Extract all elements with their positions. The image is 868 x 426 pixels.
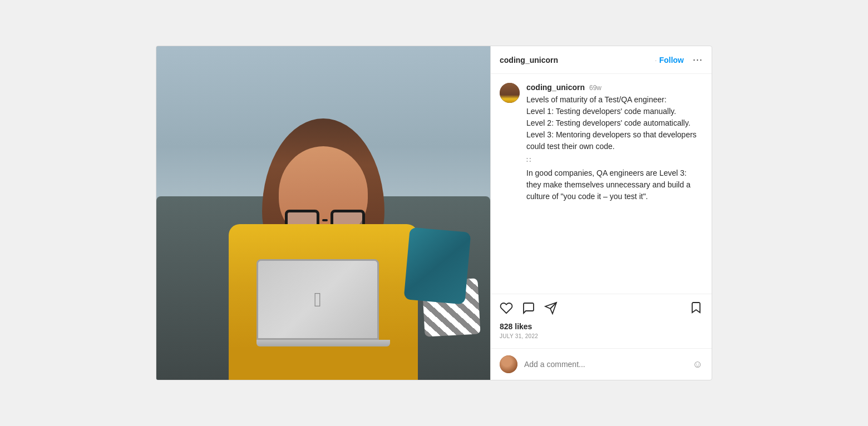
caption-line3: Level 2: Testing developers' code automa… [526, 118, 691, 127]
post-caption: coding_unicorn 69w Levels of maturity of… [491, 74, 712, 294]
emoji-button[interactable]: ☺ [693, 359, 703, 370]
caption-username[interactable]: coding_unicorn [526, 83, 585, 92]
laptop:  [257, 259, 390, 346]
caption-time: 69w [589, 84, 601, 92]
caption-line5: In good companies, QA engineers are Leve… [526, 169, 691, 201]
caption-ellipsis: ∷ [526, 156, 703, 164]
caption-content: coding_unicorn 69w Levels of maturity of… [526, 83, 703, 202]
bookmark-icon [689, 301, 703, 314]
post-card:  coding_unicorn · Follow ··· coding_uni… [156, 46, 712, 380]
more-options-button[interactable]: ··· [693, 54, 703, 66]
avatar-inner [500, 83, 520, 103]
comment-icon [522, 301, 535, 315]
apple-logo:  [314, 288, 321, 311]
comment-section: ☺ [491, 348, 712, 380]
caption-row: coding_unicorn 69w Levels of maturity of… [500, 83, 703, 202]
post-image:  [156, 46, 490, 380]
caption-line4: Level 3: Mentoring developers so that de… [526, 130, 697, 151]
heart-icon [500, 301, 513, 315]
comment-button[interactable] [522, 301, 535, 317]
caption-text: Levels of maturity of a Test/QA engineer… [526, 94, 703, 152]
caption-line1: Levels of maturity of a Test/QA engineer… [526, 95, 667, 104]
actions-row [500, 301, 703, 318]
caption-text-2: In good companies, QA engineers are Leve… [526, 167, 703, 202]
likes-count: 828 likes [500, 322, 703, 331]
scene:  [156, 46, 490, 380]
post-actions: 828 likes JULY 31, 2022 [491, 294, 712, 348]
follow-button[interactable]: Follow [659, 56, 684, 65]
caption-meta: coding_unicorn 69w [526, 83, 703, 92]
share-button[interactable] [544, 301, 558, 317]
header-username: coding_unicorn [500, 56, 653, 65]
like-button[interactable] [500, 301, 513, 317]
post-date: JULY 31, 2022 [500, 333, 703, 339]
share-icon [544, 301, 558, 315]
commenter-avatar [500, 355, 517, 373]
teal-pillow [404, 227, 471, 304]
avatar [500, 83, 520, 103]
comment-input[interactable] [524, 360, 686, 369]
caption-line2: Level 1: Testing developers' code manual… [526, 107, 676, 116]
commenter-avatar-inner [500, 355, 517, 373]
post-header: coding_unicorn · Follow ··· [491, 46, 712, 74]
header-separator: · [655, 56, 657, 65]
nose-bridge [322, 219, 328, 221]
laptop-screen:  [257, 259, 379, 340]
laptop-base [257, 340, 390, 346]
post-panel: coding_unicorn · Follow ··· coding_unico… [490, 46, 712, 380]
bookmark-button[interactable] [689, 301, 703, 318]
